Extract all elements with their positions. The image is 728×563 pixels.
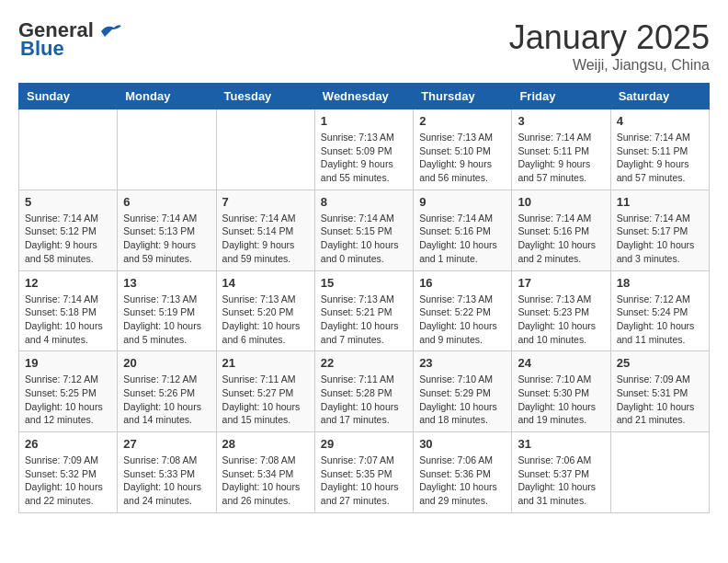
calendar-cell: 26Sunrise: 7:09 AMSunset: 5:32 PMDayligh… — [19, 432, 118, 513]
calendar-cell: 8Sunrise: 7:14 AMSunset: 5:15 PMDaylight… — [314, 190, 413, 270]
day-info: Sunrise: 7:13 AMSunset: 5:23 PMDaylight:… — [518, 293, 604, 347]
calendar-cell: 13Sunrise: 7:13 AMSunset: 5:19 PMDayligh… — [118, 270, 216, 351]
day-number: 28 — [222, 437, 309, 451]
calendar-cell — [118, 109, 216, 190]
day-number: 3 — [518, 114, 604, 128]
location-subtitle: Weiji, Jiangsu, China — [509, 57, 710, 74]
day-info: Sunrise: 7:08 AMSunset: 5:33 PMDaylight:… — [123, 454, 210, 508]
day-number: 13 — [123, 276, 210, 290]
day-number: 12 — [25, 276, 111, 290]
calendar-week-row: 12Sunrise: 7:14 AMSunset: 5:18 PMDayligh… — [19, 270, 710, 351]
calendar-cell: 25Sunrise: 7:09 AMSunset: 5:31 PMDayligh… — [610, 351, 709, 432]
day-number: 27 — [123, 437, 210, 451]
calendar-cell — [216, 109, 314, 190]
day-info: Sunrise: 7:10 AMSunset: 5:29 PMDaylight:… — [419, 373, 506, 427]
day-info: Sunrise: 7:11 AMSunset: 5:28 PMDaylight:… — [321, 373, 407, 427]
day-number: 6 — [123, 195, 210, 209]
weekday-header-wednesday: Wednesday — [314, 84, 413, 109]
calendar-week-row: 1Sunrise: 7:13 AMSunset: 5:09 PMDaylight… — [19, 109, 710, 190]
day-info: Sunrise: 7:14 AMSunset: 5:12 PMDaylight:… — [25, 212, 111, 266]
day-info: Sunrise: 7:14 AMSunset: 5:16 PMDaylight:… — [518, 212, 604, 266]
day-number: 2 — [419, 114, 506, 128]
calendar-week-row: 19Sunrise: 7:12 AMSunset: 5:25 PMDayligh… — [19, 351, 710, 432]
calendar-cell: 22Sunrise: 7:11 AMSunset: 5:28 PMDayligh… — [314, 351, 413, 432]
day-number: 18 — [617, 276, 703, 290]
weekday-header-saturday: Saturday — [610, 84, 709, 109]
logo-bird-icon — [97, 20, 123, 40]
calendar-cell: 12Sunrise: 7:14 AMSunset: 5:18 PMDayligh… — [19, 270, 118, 351]
day-info: Sunrise: 7:14 AMSunset: 5:17 PMDaylight:… — [617, 212, 703, 266]
day-info: Sunrise: 7:14 AMSunset: 5:15 PMDaylight:… — [321, 212, 407, 266]
calendar-cell: 27Sunrise: 7:08 AMSunset: 5:33 PMDayligh… — [118, 432, 216, 513]
day-info: Sunrise: 7:12 AMSunset: 5:25 PMDaylight:… — [25, 373, 111, 427]
calendar-cell: 19Sunrise: 7:12 AMSunset: 5:25 PMDayligh… — [19, 351, 118, 432]
day-info: Sunrise: 7:14 AMSunset: 5:11 PMDaylight:… — [617, 131, 703, 185]
day-number: 10 — [518, 195, 604, 209]
day-number: 21 — [222, 356, 309, 370]
day-number: 5 — [25, 195, 111, 209]
day-info: Sunrise: 7:09 AMSunset: 5:32 PMDaylight:… — [25, 454, 111, 508]
day-number: 4 — [617, 114, 703, 128]
day-info: Sunrise: 7:12 AMSunset: 5:26 PMDaylight:… — [123, 373, 210, 427]
day-info: Sunrise: 7:07 AMSunset: 5:35 PMDaylight:… — [321, 454, 407, 508]
day-number: 24 — [518, 356, 604, 370]
day-info: Sunrise: 7:11 AMSunset: 5:27 PMDaylight:… — [222, 373, 309, 427]
day-info: Sunrise: 7:06 AMSunset: 5:37 PMDaylight:… — [518, 454, 604, 508]
calendar-cell: 17Sunrise: 7:13 AMSunset: 5:23 PMDayligh… — [512, 270, 610, 351]
calendar-cell: 20Sunrise: 7:12 AMSunset: 5:26 PMDayligh… — [118, 351, 216, 432]
weekday-header-monday: Monday — [118, 84, 216, 109]
calendar-cell: 11Sunrise: 7:14 AMSunset: 5:17 PMDayligh… — [610, 190, 709, 270]
day-number: 9 — [419, 195, 506, 209]
calendar-cell: 28Sunrise: 7:08 AMSunset: 5:34 PMDayligh… — [216, 432, 314, 513]
calendar-cell: 15Sunrise: 7:13 AMSunset: 5:21 PMDayligh… — [314, 270, 413, 351]
day-info: Sunrise: 7:14 AMSunset: 5:11 PMDaylight:… — [518, 131, 604, 185]
day-info: Sunrise: 7:13 AMSunset: 5:21 PMDaylight:… — [321, 293, 407, 347]
day-number: 15 — [321, 276, 407, 290]
calendar-cell: 18Sunrise: 7:12 AMSunset: 5:24 PMDayligh… — [610, 270, 709, 351]
day-info: Sunrise: 7:10 AMSunset: 5:30 PMDaylight:… — [518, 373, 604, 427]
calendar-cell — [19, 109, 118, 190]
logo: General Blue — [18, 18, 123, 61]
calendar-cell: 24Sunrise: 7:10 AMSunset: 5:30 PMDayligh… — [512, 351, 610, 432]
day-number: 23 — [419, 356, 506, 370]
weekday-header-tuesday: Tuesday — [216, 84, 314, 109]
day-number: 31 — [518, 437, 604, 451]
calendar-week-row: 5Sunrise: 7:14 AMSunset: 5:12 PMDaylight… — [19, 190, 710, 270]
calendar-cell: 1Sunrise: 7:13 AMSunset: 5:09 PMDaylight… — [314, 109, 413, 190]
day-info: Sunrise: 7:14 AMSunset: 5:13 PMDaylight:… — [123, 212, 210, 266]
day-number: 19 — [25, 356, 111, 370]
day-info: Sunrise: 7:13 AMSunset: 5:20 PMDaylight:… — [222, 293, 309, 347]
weekday-header-sunday: Sunday — [19, 84, 118, 109]
calendar-cell: 9Sunrise: 7:14 AMSunset: 5:16 PMDaylight… — [414, 190, 512, 270]
day-info: Sunrise: 7:14 AMSunset: 5:16 PMDaylight:… — [419, 212, 506, 266]
calendar-cell: 2Sunrise: 7:13 AMSunset: 5:10 PMDaylight… — [414, 109, 512, 190]
month-title: January 2025 — [509, 18, 710, 57]
day-number: 16 — [419, 276, 506, 290]
day-number: 26 — [25, 437, 111, 451]
day-number: 1 — [321, 114, 407, 128]
calendar-cell: 29Sunrise: 7:07 AMSunset: 5:35 PMDayligh… — [314, 432, 413, 513]
calendar-cell: 6Sunrise: 7:14 AMSunset: 5:13 PMDaylight… — [118, 190, 216, 270]
day-number: 11 — [617, 195, 703, 209]
day-info: Sunrise: 7:12 AMSunset: 5:24 PMDaylight:… — [617, 293, 703, 347]
day-number: 17 — [518, 276, 604, 290]
calendar-cell: 31Sunrise: 7:06 AMSunset: 5:37 PMDayligh… — [512, 432, 610, 513]
calendar-cell: 21Sunrise: 7:11 AMSunset: 5:27 PMDayligh… — [216, 351, 314, 432]
day-number: 30 — [419, 437, 506, 451]
page-header: General Blue January 2025 Weiji, Jiangsu… — [18, 18, 710, 74]
day-number: 29 — [321, 437, 407, 451]
day-info: Sunrise: 7:13 AMSunset: 5:19 PMDaylight:… — [123, 293, 210, 347]
calendar-cell: 3Sunrise: 7:14 AMSunset: 5:11 PMDaylight… — [512, 109, 610, 190]
calendar-cell: 14Sunrise: 7:13 AMSunset: 5:20 PMDayligh… — [216, 270, 314, 351]
calendar-cell: 10Sunrise: 7:14 AMSunset: 5:16 PMDayligh… — [512, 190, 610, 270]
day-number: 22 — [321, 356, 407, 370]
day-info: Sunrise: 7:13 AMSunset: 5:09 PMDaylight:… — [321, 131, 407, 185]
weekday-header-thursday: Thursday — [414, 84, 512, 109]
day-number: 8 — [321, 195, 407, 209]
calendar-cell — [610, 432, 709, 513]
calendar-cell: 4Sunrise: 7:14 AMSunset: 5:11 PMDaylight… — [610, 109, 709, 190]
calendar-cell: 7Sunrise: 7:14 AMSunset: 5:14 PMDaylight… — [216, 190, 314, 270]
day-number: 25 — [617, 356, 703, 370]
day-info: Sunrise: 7:14 AMSunset: 5:14 PMDaylight:… — [222, 212, 309, 266]
day-info: Sunrise: 7:08 AMSunset: 5:34 PMDaylight:… — [222, 454, 309, 508]
